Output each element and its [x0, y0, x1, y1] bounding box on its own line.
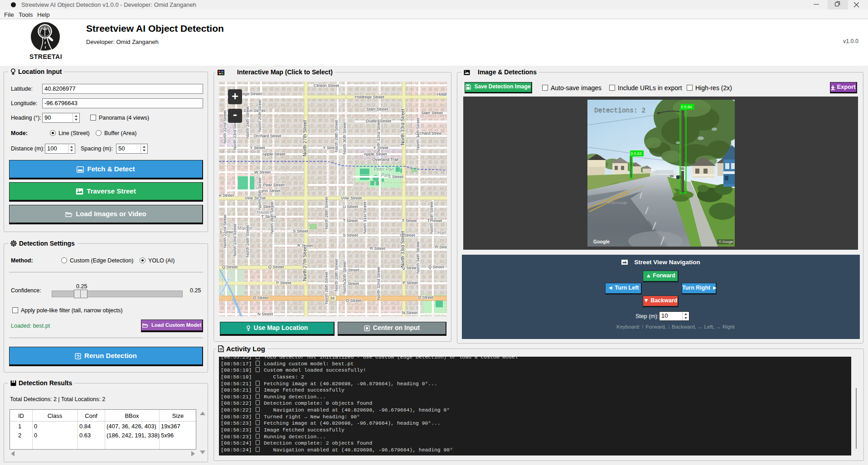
svg-text:Lynn Street: Lynn Street [259, 189, 281, 193]
svg-text:Holdrege Street: Holdrege Street [354, 95, 384, 99]
svg-text:U Street: U Street [343, 204, 359, 209]
svg-text:P Street: P Street [402, 281, 418, 285]
svg-text:0 0.63: 0 0.63 [631, 151, 642, 156]
svg-text:North 24th Street: North 24th Street [245, 225, 250, 257]
svg-text:North 31st Street: North 31st Street [363, 201, 367, 233]
svg-text:North 28th Street: North 28th Street [324, 197, 329, 229]
svg-text:Pear Street: Pear Street [263, 183, 284, 187]
svg-text:North 25th Street: North 25th Street [257, 99, 262, 131]
svg-text:R Street: R Street [435, 245, 447, 249]
svg-text:T Street: T Street [343, 218, 358, 223]
svg-text:Google: Google [593, 239, 610, 244]
svg-text:© 2023 Google: © 2023 Google [607, 201, 627, 205]
svg-text:W Street: W Street [254, 170, 271, 174]
svg-text:North 22nd Street: North 22nd Street [223, 110, 227, 144]
svg-text:N Street: N Street [257, 312, 273, 316]
svg-text:P Street: P Street [276, 281, 291, 285]
svg-text:0 0.84: 0 0.84 [681, 105, 692, 109]
svg-text:Holdr: Holdr [437, 92, 447, 97]
svg-text:Starr Street: Starr Street [366, 107, 388, 111]
svg-text:Q Street: Q Street [268, 265, 284, 269]
svg-text:North 29th Street: North 29th Street [334, 259, 339, 291]
svg-text:Vine Street: Vine Street [245, 196, 266, 200]
svg-text:North 26th Street: North 26th Street [270, 201, 274, 233]
svg-text:Overland Trail: Overland Trail [372, 157, 398, 162]
svg-text:Q Street: Q Street [222, 265, 238, 269]
svg-text:North 25th Street: North 25th Street [257, 177, 262, 209]
svg-text:Clinton Street: Clinton Street [314, 83, 339, 88]
svg-text:T Street: T Street [402, 218, 417, 223]
svg-text:Y Street: Y Street [373, 145, 388, 150]
svg-text:North 30th Street: North 30th Street [342, 122, 347, 154]
svg-text:North 34th Street: North 34th Street [416, 241, 420, 273]
svg-text:Apple Street: Apple Street [364, 152, 387, 156]
svg-text:North 28th Street: North 28th Street [324, 271, 329, 304]
svg-text:North 22nd Street: North 22nd Street [223, 214, 227, 248]
svg-text:Q Street: Q Street [428, 265, 444, 269]
svg-text:North 23rd Street: North 23rd Street [233, 224, 237, 257]
svg-text:S Street: S Street [293, 229, 308, 233]
svg-text:Starr Street: Starr Street [421, 111, 443, 115]
svg-text:O Street: O Street [418, 295, 434, 300]
svg-text:North 27th Street: North 27th Street [302, 120, 307, 156]
svg-text:R Street: R Street [370, 246, 386, 251]
svg-text:N Street: N Street [402, 310, 418, 315]
svg-text:S Street: S Street [343, 233, 358, 237]
svg-text:North 33rd Street: North 33rd Street [400, 109, 405, 145]
svg-text:North 34th Street: North 34th Street [416, 117, 420, 150]
svg-text:North 29th Street: North 29th Street [334, 120, 339, 152]
svg-text:North 27th Street: North 27th Street [302, 245, 307, 281]
svg-text:North 32nd Street: North 32nd Street [376, 119, 381, 153]
svg-text:North 24th Street: North 24th Street [245, 106, 250, 138]
svg-text:34: 34 [330, 296, 335, 300]
svg-text:North 33rd Street: North 33rd Street [400, 231, 405, 268]
svg-text:X Street: X Street [388, 174, 403, 179]
svg-text:Vine Street: Vine Street [341, 196, 362, 200]
svg-text:Peter Pan: Peter Pan [374, 167, 394, 172]
svg-text:© Google: © Google [719, 240, 733, 244]
svg-text:ne Street: ne Street [219, 193, 234, 198]
svg-text:O Street: O Street [346, 298, 362, 303]
svg-text:Park: Park [381, 173, 391, 178]
svg-text:North 35th Street: North 35th Street [429, 201, 434, 233]
svg-text:Detections: 2: Detections: 2 [594, 107, 645, 114]
svg-text:Hart: Hart [438, 230, 446, 235]
svg-text:North 30th Street: North 30th Street [342, 261, 347, 293]
svg-text:Orchard Street: Orchard Street [254, 134, 281, 138]
svg-text:Apple Street: Apple Street [262, 152, 286, 156]
svg-text:Y Street: Y Street [250, 145, 265, 150]
svg-text:O Street: O Street [253, 295, 269, 300]
svg-text:North 32nd Street: North 32nd Street [376, 266, 381, 300]
